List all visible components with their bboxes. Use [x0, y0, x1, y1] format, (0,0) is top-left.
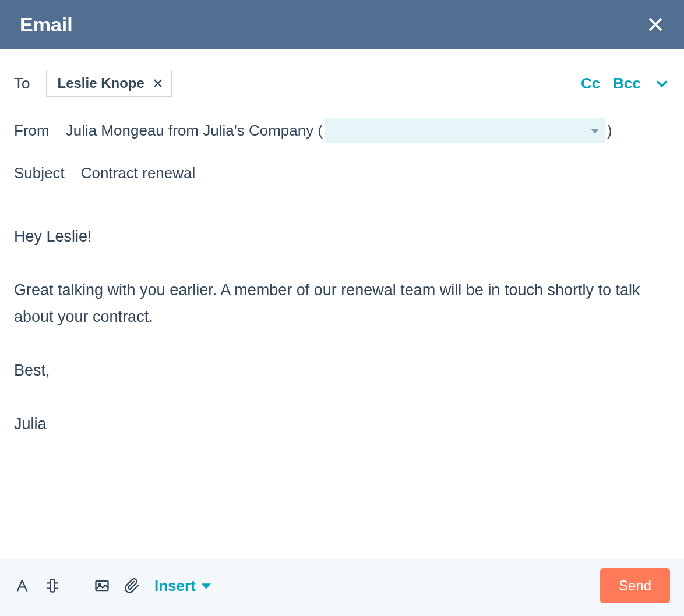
body-greeting: Hey Leslie! — [14, 224, 670, 250]
email-body-editor[interactable]: Hey Leslie! Great talking with you earli… — [0, 207, 684, 559]
cc-button[interactable]: Cc — [581, 75, 600, 93]
svg-point-3 — [98, 583, 101, 586]
from-label: From — [14, 122, 50, 140]
svg-marker-4 — [202, 583, 211, 589]
text-format-icon — [14, 578, 30, 594]
attach-file-button[interactable] — [124, 578, 140, 594]
close-button[interactable] — [647, 16, 664, 33]
chevron-down-icon — [654, 75, 670, 91]
close-icon — [647, 16, 664, 33]
body-signature: Julia — [14, 411, 670, 438]
from-email-caret — [591, 122, 599, 140]
toolbar-separator — [77, 573, 77, 599]
from-name: Julia Mongeau from Julia's Company ( — [66, 122, 323, 140]
insert-dropdown-button[interactable]: Insert — [154, 577, 211, 595]
header-title: Email — [20, 13, 73, 36]
recipient-name: Leslie Knope — [57, 75, 144, 91]
recipient-remove-button[interactable] — [153, 78, 163, 88]
svg-rect-1 — [51, 580, 55, 592]
image-icon — [94, 578, 110, 594]
insert-image-button[interactable] — [94, 578, 110, 594]
compose-fields: To Leslie Knope Cc Bcc From Julia Mongea… — [0, 49, 684, 197]
from-email-dropdown[interactable] — [325, 118, 605, 143]
caret-down-icon — [202, 582, 211, 591]
send-button[interactable]: Send — [600, 568, 670, 603]
subject-input[interactable]: Contract renewal — [81, 164, 196, 182]
from-value[interactable]: Julia Mongeau from Julia's Company ( ) — [66, 118, 612, 143]
personalize-button[interactable] — [44, 578, 61, 594]
close-icon — [153, 78, 163, 88]
personalize-icon — [44, 578, 61, 594]
body-paragraph: Great talking with you earlier. A member… — [14, 277, 670, 331]
text-format-button[interactable] — [14, 578, 30, 594]
expand-recipients-button[interactable] — [654, 75, 670, 91]
to-label: To — [14, 75, 30, 93]
recipient-chip[interactable]: Leslie Knope — [46, 70, 171, 97]
compose-header: Email — [0, 0, 684, 49]
subject-row: Subject Contract renewal — [14, 154, 670, 193]
subject-label: Subject — [14, 164, 65, 182]
to-row-actions: Cc Bcc — [581, 75, 670, 93]
body-signoff: Best, — [14, 357, 670, 384]
to-row: To Leslie Knope Cc Bcc — [14, 59, 670, 107]
insert-caret — [202, 577, 211, 595]
caret-down-icon — [591, 128, 599, 136]
svg-marker-0 — [591, 129, 599, 133]
paperclip-icon — [124, 578, 140, 594]
compose-footer: Insert Send — [0, 559, 684, 616]
from-closing: ) — [607, 122, 612, 140]
bcc-button[interactable]: Bcc — [613, 75, 641, 93]
insert-label: Insert — [154, 577, 196, 595]
from-row: From Julia Mongeau from Julia's Company … — [14, 107, 670, 154]
